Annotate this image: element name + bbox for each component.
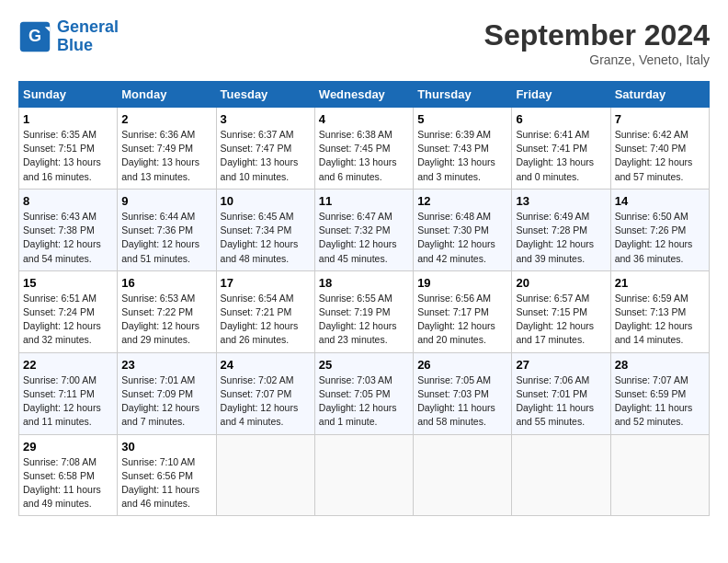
day-info: Sunrise: 6:55 AM Sunset: 7:19 PM Dayligh… bbox=[319, 292, 409, 348]
calendar-cell: 30 Sunrise: 7:10 AM Sunset: 6:56 PM Dayl… bbox=[118, 434, 216, 516]
calendar-cell: 23 Sunrise: 7:01 AM Sunset: 7:09 PM Dayl… bbox=[118, 352, 216, 434]
calendar-cell: 2 Sunrise: 6:36 AM Sunset: 7:49 PM Dayli… bbox=[118, 108, 216, 190]
day-info: Sunrise: 6:59 AM Sunset: 7:13 PM Dayligh… bbox=[615, 292, 705, 348]
calendar-cell: 3 Sunrise: 6:37 AM Sunset: 7:47 PM Dayli… bbox=[216, 108, 314, 190]
day-number: 21 bbox=[615, 276, 705, 290]
day-number: 18 bbox=[319, 276, 409, 290]
day-info: Sunrise: 6:49 AM Sunset: 7:28 PM Dayligh… bbox=[516, 210, 606, 266]
day-number: 14 bbox=[615, 194, 705, 208]
day-number: 6 bbox=[516, 112, 606, 126]
day-number: 10 bbox=[221, 194, 311, 208]
day-info: Sunrise: 6:36 AM Sunset: 7:49 PM Dayligh… bbox=[121, 128, 211, 184]
day-number: 12 bbox=[417, 194, 507, 208]
day-number: 19 bbox=[417, 276, 507, 290]
day-info: Sunrise: 6:39 AM Sunset: 7:43 PM Dayligh… bbox=[417, 128, 507, 184]
col-wednesday: Wednesday bbox=[314, 82, 413, 108]
logo-text: General Blue bbox=[57, 18, 119, 55]
calendar-cell: 5 Sunrise: 6:39 AM Sunset: 7:43 PM Dayli… bbox=[414, 108, 512, 190]
day-info: Sunrise: 6:41 AM Sunset: 7:41 PM Dayligh… bbox=[516, 128, 606, 184]
day-number: 7 bbox=[615, 112, 705, 126]
calendar-cell: 12 Sunrise: 6:48 AM Sunset: 7:30 PM Dayl… bbox=[414, 189, 512, 270]
calendar-cell: 17 Sunrise: 6:54 AM Sunset: 7:21 PM Dayl… bbox=[216, 270, 314, 352]
calendar-cell: 1 Sunrise: 6:35 AM Sunset: 7:51 PM Dayli… bbox=[19, 108, 118, 190]
calendar-cell: 29 Sunrise: 7:08 AM Sunset: 6:58 PM Dayl… bbox=[19, 434, 118, 516]
day-number: 16 bbox=[121, 276, 211, 290]
day-info: Sunrise: 7:10 AM Sunset: 6:56 PM Dayligh… bbox=[121, 455, 211, 511]
calendar-week-row: 15 Sunrise: 6:51 AM Sunset: 7:24 PM Dayl… bbox=[19, 270, 710, 352]
day-number: 23 bbox=[121, 358, 211, 372]
calendar-cell bbox=[512, 434, 610, 516]
calendar-cell: 24 Sunrise: 7:02 AM Sunset: 7:07 PM Dayl… bbox=[216, 352, 314, 434]
col-monday: Monday bbox=[118, 82, 216, 108]
day-number: 26 bbox=[417, 358, 507, 372]
day-number: 27 bbox=[516, 358, 606, 372]
logo-line2: Blue bbox=[57, 36, 93, 54]
day-info: Sunrise: 6:53 AM Sunset: 7:22 PM Dayligh… bbox=[121, 292, 211, 348]
day-number: 4 bbox=[319, 112, 409, 126]
calendar-cell: 28 Sunrise: 7:07 AM Sunset: 6:59 PM Dayl… bbox=[610, 352, 709, 434]
day-number: 5 bbox=[417, 112, 507, 126]
page-header: G General Blue September 2024 Granze, Ve… bbox=[18, 18, 710, 67]
col-saturday: Saturday bbox=[610, 82, 709, 108]
day-number: 9 bbox=[121, 194, 211, 208]
day-number: 11 bbox=[319, 194, 409, 208]
calendar-cell: 26 Sunrise: 7:05 AM Sunset: 7:03 PM Dayl… bbox=[414, 352, 512, 434]
calendar-cell bbox=[414, 434, 512, 516]
logo-icon: G bbox=[18, 20, 51, 53]
day-info: Sunrise: 6:51 AM Sunset: 7:24 PM Dayligh… bbox=[23, 292, 113, 348]
col-friday: Friday bbox=[512, 82, 610, 108]
day-number: 25 bbox=[319, 358, 409, 372]
day-number: 2 bbox=[121, 112, 211, 126]
day-info: Sunrise: 6:48 AM Sunset: 7:30 PM Dayligh… bbox=[417, 210, 507, 266]
title-block: September 2024 Granze, Veneto, Italy bbox=[484, 18, 710, 67]
calendar-header-row: Sunday Monday Tuesday Wednesday Thursday… bbox=[19, 82, 710, 108]
calendar-cell: 16 Sunrise: 6:53 AM Sunset: 7:22 PM Dayl… bbox=[118, 270, 216, 352]
day-number: 15 bbox=[23, 276, 113, 290]
day-number: 24 bbox=[221, 358, 311, 372]
day-info: Sunrise: 6:42 AM Sunset: 7:40 PM Dayligh… bbox=[615, 128, 705, 184]
calendar-cell: 7 Sunrise: 6:42 AM Sunset: 7:40 PM Dayli… bbox=[610, 108, 709, 190]
calendar-cell bbox=[216, 434, 314, 516]
calendar-week-row: 8 Sunrise: 6:43 AM Sunset: 7:38 PM Dayli… bbox=[19, 189, 710, 270]
calendar-week-row: 22 Sunrise: 7:00 AM Sunset: 7:11 PM Dayl… bbox=[19, 352, 710, 434]
day-info: Sunrise: 6:47 AM Sunset: 7:32 PM Dayligh… bbox=[319, 210, 409, 266]
calendar-cell: 9 Sunrise: 6:44 AM Sunset: 7:36 PM Dayli… bbox=[118, 189, 216, 270]
day-info: Sunrise: 6:54 AM Sunset: 7:21 PM Dayligh… bbox=[221, 292, 311, 348]
calendar-week-row: 1 Sunrise: 6:35 AM Sunset: 7:51 PM Dayli… bbox=[19, 108, 710, 190]
month-title: September 2024 bbox=[484, 18, 710, 52]
day-info: Sunrise: 7:03 AM Sunset: 7:05 PM Dayligh… bbox=[319, 373, 409, 430]
day-info: Sunrise: 6:38 AM Sunset: 7:45 PM Dayligh… bbox=[319, 128, 409, 184]
logo: G General Blue bbox=[18, 18, 119, 55]
calendar-week-row: 29 Sunrise: 7:08 AM Sunset: 6:58 PM Dayl… bbox=[19, 434, 710, 516]
location: Granze, Veneto, Italy bbox=[484, 52, 710, 67]
calendar-cell: 21 Sunrise: 6:59 AM Sunset: 7:13 PM Dayl… bbox=[610, 270, 709, 352]
day-number: 30 bbox=[121, 440, 211, 454]
calendar-cell: 18 Sunrise: 6:55 AM Sunset: 7:19 PM Dayl… bbox=[314, 270, 413, 352]
day-info: Sunrise: 7:02 AM Sunset: 7:07 PM Dayligh… bbox=[221, 373, 311, 430]
day-number: 20 bbox=[516, 276, 606, 290]
svg-text:G: G bbox=[28, 27, 41, 45]
day-info: Sunrise: 7:00 AM Sunset: 7:11 PM Dayligh… bbox=[23, 373, 113, 430]
day-info: Sunrise: 6:44 AM Sunset: 7:36 PM Dayligh… bbox=[121, 210, 211, 266]
day-number: 29 bbox=[23, 440, 113, 454]
logo-line1: General bbox=[57, 17, 119, 36]
calendar-cell: 27 Sunrise: 7:06 AM Sunset: 7:01 PM Dayl… bbox=[512, 352, 610, 434]
day-number: 1 bbox=[23, 112, 113, 126]
day-info: Sunrise: 7:08 AM Sunset: 6:58 PM Dayligh… bbox=[23, 455, 113, 511]
calendar-cell: 22 Sunrise: 7:00 AM Sunset: 7:11 PM Dayl… bbox=[19, 352, 118, 434]
col-thursday: Thursday bbox=[414, 82, 512, 108]
day-number: 17 bbox=[221, 276, 311, 290]
day-info: Sunrise: 6:57 AM Sunset: 7:15 PM Dayligh… bbox=[516, 292, 606, 348]
calendar-cell: 25 Sunrise: 7:03 AM Sunset: 7:05 PM Dayl… bbox=[314, 352, 413, 434]
day-info: Sunrise: 6:37 AM Sunset: 7:47 PM Dayligh… bbox=[221, 128, 311, 184]
day-info: Sunrise: 6:35 AM Sunset: 7:51 PM Dayligh… bbox=[23, 128, 113, 184]
calendar-cell: 10 Sunrise: 6:45 AM Sunset: 7:34 PM Dayl… bbox=[216, 189, 314, 270]
calendar-cell: 14 Sunrise: 6:50 AM Sunset: 7:26 PM Dayl… bbox=[610, 189, 709, 270]
day-info: Sunrise: 7:01 AM Sunset: 7:09 PM Dayligh… bbox=[121, 373, 211, 430]
day-info: Sunrise: 6:43 AM Sunset: 7:38 PM Dayligh… bbox=[23, 210, 113, 266]
day-number: 3 bbox=[221, 112, 311, 126]
day-number: 8 bbox=[23, 194, 113, 208]
day-info: Sunrise: 6:50 AM Sunset: 7:26 PM Dayligh… bbox=[615, 210, 705, 266]
calendar-cell: 11 Sunrise: 6:47 AM Sunset: 7:32 PM Dayl… bbox=[314, 189, 413, 270]
day-info: Sunrise: 7:05 AM Sunset: 7:03 PM Dayligh… bbox=[417, 373, 507, 430]
